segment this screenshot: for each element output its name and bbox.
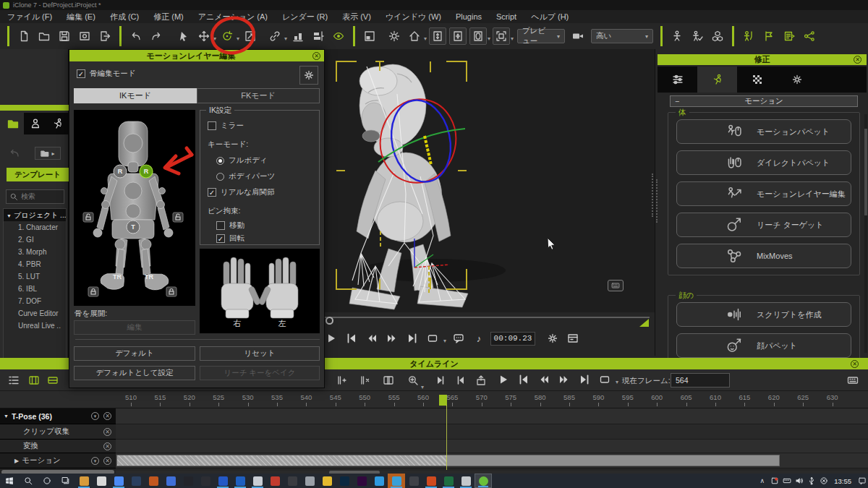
body-part-map[interactable]: R R T TR TR bbox=[74, 110, 195, 306]
undo-content-icon[interactable] bbox=[9, 147, 20, 159]
left-hand-label[interactable]: 左 bbox=[278, 318, 286, 329]
save-project-icon[interactable] bbox=[56, 27, 73, 45]
project-media-icon[interactable] bbox=[76, 27, 93, 45]
modify-button-mlayer[interactable]: モーションレイヤー編集 bbox=[676, 181, 851, 206]
set-as-default-button[interactable]: デフォルトとして設定 bbox=[74, 366, 195, 380]
motion-section-bar[interactable]: − モーション bbox=[670, 95, 858, 107]
track-name-1[interactable]: クリップ収集✕ bbox=[0, 424, 116, 440]
body-parts-radio[interactable]: ボディパーツ bbox=[216, 171, 275, 181]
music-note-icon[interactable]: ♪ bbox=[470, 331, 488, 346]
align-object-icon[interactable] bbox=[310, 27, 327, 45]
quality-dropdown[interactable]: 高い▾ bbox=[591, 29, 653, 43]
track-name-0[interactable]: ▼T-Pose (36)▾✕ bbox=[0, 408, 116, 424]
taskbar-app-2[interactable] bbox=[110, 474, 127, 488]
track-row-1[interactable] bbox=[116, 424, 868, 440]
tl-play-icon[interactable] bbox=[495, 372, 512, 387]
visibility-icon[interactable] bbox=[330, 27, 347, 45]
bake-reach-key-button[interactable]: リーチ キーをベイク bbox=[200, 366, 320, 380]
folder-up-button[interactable]: ▸ bbox=[35, 147, 61, 160]
flag-icon[interactable] bbox=[760, 27, 778, 45]
tree-item-7[interactable]: Curve Editor bbox=[4, 307, 66, 320]
remove-section-icon[interactable] bbox=[357, 372, 373, 388]
prev-key-icon[interactable] bbox=[433, 372, 448, 388]
align-terrain-icon[interactable] bbox=[289, 27, 307, 45]
export-icon[interactable] bbox=[96, 27, 114, 45]
template-tab[interactable]: テンプレート bbox=[7, 168, 69, 181]
modify-button-dpuppet[interactable]: ダイレクトパペット bbox=[676, 150, 851, 175]
full-body-radio[interactable]: フルボディ bbox=[216, 155, 268, 166]
modify-button-fpuppet[interactable]: 顔パペット bbox=[676, 333, 851, 358]
taskbar-app-18[interactable] bbox=[388, 474, 405, 488]
timeline-panel-icon[interactable] bbox=[564, 331, 582, 346]
menu-item-5[interactable]: レンダー (R) bbox=[275, 10, 335, 23]
menu-item-7[interactable]: ウインドウ (W) bbox=[378, 10, 448, 23]
chevron-down-icon[interactable]: ▾ bbox=[511, 35, 514, 42]
tab-animation[interactable] bbox=[46, 113, 69, 134]
taskbar-app-15[interactable] bbox=[336, 474, 353, 488]
playback-slider[interactable] bbox=[324, 317, 650, 318]
modify-button-vscript[interactable]: スクリプトを作成 bbox=[676, 302, 851, 327]
track-collapse-icon[interactable]: ▾ bbox=[91, 412, 99, 420]
layout-icon[interactable] bbox=[361, 27, 378, 45]
tray-volume-icon[interactable] bbox=[793, 474, 805, 488]
tl-loop-mode-icon[interactable] bbox=[596, 372, 613, 387]
track-view-b-icon[interactable] bbox=[45, 372, 61, 388]
track-name-3[interactable]: ▶モーション▾✕ bbox=[0, 453, 116, 468]
task-view-icon[interactable] bbox=[56, 474, 75, 488]
tab-physics[interactable] bbox=[777, 67, 817, 93]
next-key-icon[interactable] bbox=[453, 372, 469, 388]
collect-clip-icon[interactable] bbox=[473, 372, 489, 388]
taskbar-app-12[interactable] bbox=[284, 474, 301, 488]
link-tool-icon[interactable] bbox=[266, 27, 284, 45]
track-row-0[interactable] bbox=[116, 408, 868, 424]
pan-view-icon[interactable] bbox=[449, 27, 467, 45]
tray-usb-icon[interactable] bbox=[805, 474, 817, 488]
taskbar-app-7[interactable] bbox=[197, 474, 214, 488]
taskbar-app-0[interactable] bbox=[75, 474, 93, 488]
orbit-view-icon[interactable] bbox=[469, 27, 487, 45]
track-close-icon[interactable]: ✕ bbox=[103, 442, 111, 450]
track-name-2[interactable]: 変換✕ bbox=[0, 440, 116, 453]
taskbar-clock[interactable]: 13:55 bbox=[830, 477, 856, 485]
playhead-line[interactable] bbox=[446, 405, 447, 470]
modify-button-mixmoves[interactable]: MixMoves bbox=[676, 244, 851, 268]
mirror-checkbox[interactable]: ✓ミラー bbox=[208, 121, 244, 131]
expand-icon[interactable]: ▼ bbox=[4, 414, 9, 419]
first-frame-icon[interactable] bbox=[343, 331, 360, 346]
taskbar-app-14[interactable] bbox=[318, 474, 336, 488]
motion-clip[interactable] bbox=[116, 455, 780, 466]
taskbar-app-11[interactable] bbox=[266, 474, 284, 488]
taskbar-app-21[interactable] bbox=[440, 474, 457, 488]
camera-frame-icon[interactable] bbox=[493, 27, 510, 45]
zoom-timeline-icon[interactable] bbox=[405, 372, 421, 388]
tree-item-5[interactable]: 6. IBL bbox=[4, 283, 66, 295]
tl-rewind-icon[interactable] bbox=[535, 372, 553, 387]
tree-item-project-root[interactable]: ▼プロジェクト ... bbox=[4, 209, 66, 221]
tab-actor[interactable] bbox=[24, 113, 46, 134]
dialog-title-bar[interactable]: モーションレイヤー編集 ✕ bbox=[69, 50, 324, 61]
track-close-icon[interactable]: ✕ bbox=[103, 428, 111, 436]
taskbar-app-17[interactable] bbox=[370, 474, 388, 488]
menu-item-1[interactable]: 編集 (E) bbox=[59, 10, 103, 23]
chevron-down-icon[interactable]: ▾ bbox=[237, 35, 239, 42]
hands-map[interactable]: 右 左 bbox=[200, 249, 320, 333]
tray-app-icon[interactable] bbox=[768, 474, 780, 488]
light-icon[interactable] bbox=[386, 27, 403, 45]
zoom-fit-icon[interactable] bbox=[429, 27, 446, 45]
taskbar-app-5[interactable] bbox=[162, 474, 179, 488]
track-view-a-icon[interactable] bbox=[26, 372, 42, 388]
viewport-3d[interactable] bbox=[325, 49, 655, 312]
panel-drag-handle[interactable] bbox=[656, 179, 658, 223]
tab-ik-mode[interactable]: IKモード bbox=[74, 88, 197, 103]
redo-icon[interactable] bbox=[148, 27, 165, 45]
panel-splitter[interactable] bbox=[652, 174, 654, 217]
tab-fk-mode[interactable]: FKモード bbox=[197, 88, 320, 103]
pin-rotate-checkbox[interactable]: ✓回転 bbox=[216, 234, 244, 244]
taskbar-app-9[interactable] bbox=[231, 474, 249, 488]
menu-item-3[interactable]: 修正 (M) bbox=[146, 10, 191, 23]
modify-close-icon[interactable]: ✕ bbox=[854, 56, 861, 64]
order-list-icon[interactable] bbox=[780, 27, 798, 45]
speech-clip-icon[interactable] bbox=[450, 331, 467, 346]
track-close-icon[interactable]: ✕ bbox=[103, 412, 111, 420]
character-check-icon[interactable] bbox=[689, 27, 706, 45]
